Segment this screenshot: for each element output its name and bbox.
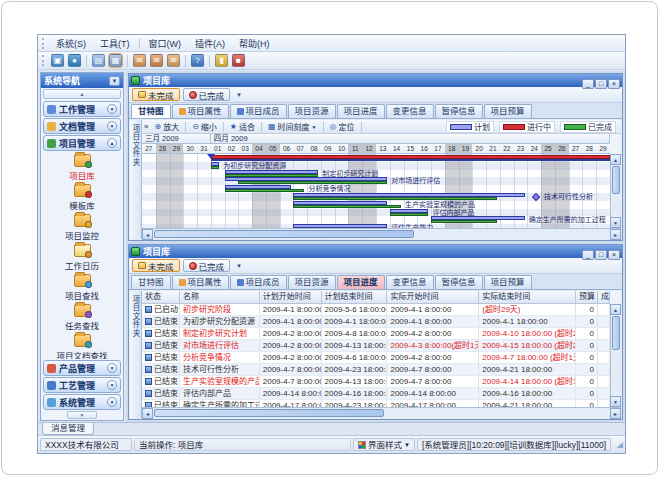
tab-项目成员[interactable]: 项目成员 <box>230 275 287 289</box>
tab-项目进度[interactable]: 项目进度 <box>337 104 385 118</box>
report-icon-1[interactable]: ✉ <box>133 54 146 67</box>
gantt-vertical-scrollbar[interactable]: ▲▼ <box>610 154 621 228</box>
tab-项目预算[interactable]: 项目预算 <box>484 275 532 289</box>
message-management-tab[interactable]: 消息管理 <box>42 423 94 435</box>
tab-甘特图[interactable]: 甘特图 <box>131 275 171 289</box>
resize-grip-icon[interactable]: ◢ <box>613 440 623 449</box>
tab-项目属性[interactable]: 项目属性 <box>172 104 229 118</box>
sidebar-section-工艺管理[interactable]: 工艺管理▼ <box>43 377 121 393</box>
project-folder-vertical-tab[interactable]: 项目文件夹 <box>130 291 142 418</box>
table-row[interactable]: 已结束技术可行性分析2009-4-7 8:00:002009-4-23 18:0… <box>142 364 610 376</box>
scroll-thumb[interactable] <box>612 166 620 194</box>
tab-项目资源[interactable]: 项目资源 <box>288 104 336 118</box>
scroll-left-button[interactable]: ◄ <box>142 229 153 240</box>
scroll-down-button[interactable]: ▼ <box>610 396 621 407</box>
tab-项目资源[interactable]: 项目资源 <box>288 275 336 289</box>
sidebar-item-项目监控[interactable]: 项目监控 <box>41 214 123 241</box>
sidebar-section-系统管理[interactable]: 系统管理▼ <box>43 394 121 410</box>
table-row[interactable]: 已启动初步研究阶段2009-4-1 8:00:002009-5-6 18:00:… <box>142 304 610 316</box>
filter-button-未完成[interactable]: 未完成 <box>132 88 180 101</box>
report-icon-3[interactable]: ✉ <box>167 54 180 67</box>
scroll-left-button[interactable]: ◄ <box>142 408 153 419</box>
chevron-icon[interactable]: ▼ <box>107 363 117 373</box>
scroll-thumb[interactable] <box>154 230 414 238</box>
maximize-button[interactable]: □ <box>595 79 607 89</box>
table-row[interactable]: 已结束评估内部产品2009-4-14 8:00:002009-4-16 18:0… <box>142 388 610 400</box>
fit-button[interactable]: ★适合 <box>226 121 259 133</box>
tab-暂停信息[interactable]: 暂停信息 <box>435 275 483 289</box>
sidebar-item-项目库[interactable]: 项目库 <box>41 154 123 181</box>
sidebar-section-工作管理[interactable]: 工作管理▼ <box>43 101 121 117</box>
ui-style-button[interactable]: 界面样式 ▼ <box>353 438 415 451</box>
gantt-horizontal-scrollbar[interactable]: ◄► <box>142 228 621 239</box>
column-header-计划结束时间[interactable]: 计划结束时间 <box>322 291 388 304</box>
table-row[interactable]: 已结束确定生产所需的加工过程2009-4-17 8:00:002009-4-23… <box>142 400 610 407</box>
nav-scroll-more-button[interactable]: ▼ <box>67 411 97 419</box>
toolbar-overflow-chevron[interactable]: » <box>144 122 148 131</box>
globe-icon[interactable]: ● <box>68 54 81 67</box>
menu-item[interactable]: 帮助(H) <box>232 36 277 51</box>
folder-icon[interactable]: ▤ <box>92 54 105 67</box>
column-header-实际结束时间[interactable]: 实际结束时间 <box>479 291 576 304</box>
sidebar-section-产品管理[interactable]: 产品管理▼ <box>43 360 121 376</box>
project-folder-vertical-tab[interactable]: 项目文件夹 <box>130 120 142 239</box>
scroll-up-button[interactable]: ▲ <box>610 154 621 165</box>
save-icon[interactable]: ▦ <box>109 54 122 67</box>
stop-icon[interactable]: ■ <box>232 54 245 67</box>
nav-collapse-button[interactable]: ▲ <box>43 89 121 99</box>
tab-项目属性[interactable]: 项目属性 <box>172 275 229 289</box>
chevron-icon[interactable]: ▼ <box>107 104 117 114</box>
sidebar-item-项目查找[interactable]: 项目查找 <box>41 274 123 301</box>
chevron-icon[interactable]: ▲ <box>107 138 117 148</box>
close-button[interactable]: × <box>608 79 620 89</box>
tab-甘特图[interactable]: 甘特图 <box>131 104 171 118</box>
menu-item[interactable]: 插件(A) <box>188 36 232 51</box>
nav-header-menu-button[interactable]: ▼ <box>109 76 120 86</box>
column-header-计划开始时间[interactable]: 计划开始时间 <box>260 291 322 304</box>
menu-item[interactable]: 系统(S) <box>49 36 93 51</box>
sidebar-item-任务查找[interactable]: 任务查找 <box>41 304 123 331</box>
close-button[interactable]: × <box>608 250 620 260</box>
tab-项目进度[interactable]: 项目进度 <box>337 275 385 289</box>
column-header-状态[interactable]: 状态 <box>142 291 180 304</box>
scroll-thumb[interactable] <box>612 316 620 350</box>
table-row[interactable]: 已结束对市场进行评估2009-4-2 8:00:002009-4-13 18:0… <box>142 340 610 352</box>
scroll-thumb[interactable] <box>154 409 384 417</box>
filter-button-已完成[interactable]: 已完成 <box>183 88 231 101</box>
column-header-预算[interactable]: 预算 <box>576 291 598 304</box>
column-header-实际开始时间[interactable]: 实际开始时间 <box>387 291 479 304</box>
filter-more-button[interactable]: ▼ <box>233 263 245 269</box>
sidebar-section-项目管理[interactable]: 项目管理▲ <box>43 135 121 151</box>
zoom-out-button[interactable]: ⊖缩小 <box>188 121 221 133</box>
column-header-名称[interactable]: 名称 <box>180 291 260 304</box>
column-header-成[interactable]: 成 <box>598 291 610 304</box>
menu-item[interactable]: 工具(T) <box>93 36 137 51</box>
filter-more-button[interactable]: ▼ <box>233 92 245 98</box>
locate-button[interactable]: ◎定位 <box>326 121 359 133</box>
table-row[interactable]: 已结束分析竞争情况2009-4-2 8:00:002009-4-6 18:00:… <box>142 352 610 364</box>
filter-button-未完成[interactable]: 未完成 <box>132 259 180 272</box>
computer-icon[interactable]: ▣ <box>51 54 64 67</box>
tab-变更信息[interactable]: 变更信息 <box>386 104 434 118</box>
chevron-icon[interactable]: ▼ <box>107 121 117 131</box>
report-icon-2[interactable]: ✉ <box>150 54 163 67</box>
minimize-button[interactable]: _ <box>582 250 594 260</box>
scroll-right-button[interactable]: ► <box>610 229 621 240</box>
sidebar-item-工作日历[interactable]: 工作日历 <box>41 244 123 271</box>
tab-变更信息[interactable]: 变更信息 <box>386 275 434 289</box>
chevron-icon[interactable]: ▼ <box>107 380 117 390</box>
table-row[interactable]: 已结束为初步研究分配资源2009-4-1 8:00:002009-4-1 18:… <box>142 316 610 328</box>
minimize-button[interactable]: _ <box>582 79 594 89</box>
sidebar-item-模板库[interactable]: 模板库 <box>41 184 123 211</box>
time-scale-button[interactable]: ▦时间刻度▼ <box>264 121 321 133</box>
table-row[interactable]: 已结束制定初步研究计划2009-4-2 8:00:002009-4-8 18:0… <box>142 328 610 340</box>
sidebar-item-项目文档查找[interactable]: 项目文档查找 <box>41 334 123 359</box>
lock-icon[interactable]: ▮ <box>215 54 228 67</box>
scroll-right-button[interactable]: ► <box>610 408 621 419</box>
chevron-icon[interactable]: ▼ <box>107 397 117 407</box>
maximize-button[interactable]: □ <box>595 250 607 260</box>
filter-button-已完成[interactable]: 已完成 <box>183 259 231 272</box>
zoom-in-button[interactable]: ⊕放大 <box>150 121 183 133</box>
table-horizontal-scrollbar[interactable]: ◄► <box>142 407 621 418</box>
table-vertical-scrollbar[interactable]: ▲▼ <box>610 304 621 407</box>
